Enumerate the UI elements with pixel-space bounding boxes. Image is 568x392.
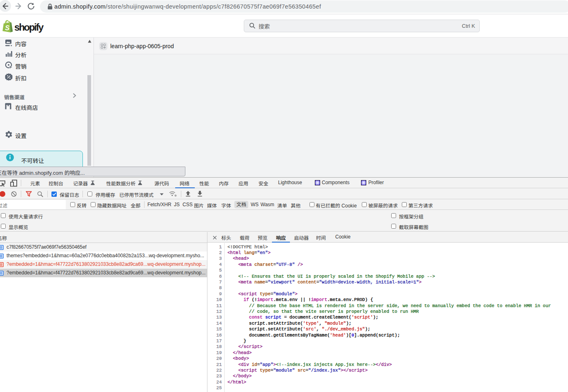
svg-text:S: S: [5, 24, 9, 31]
